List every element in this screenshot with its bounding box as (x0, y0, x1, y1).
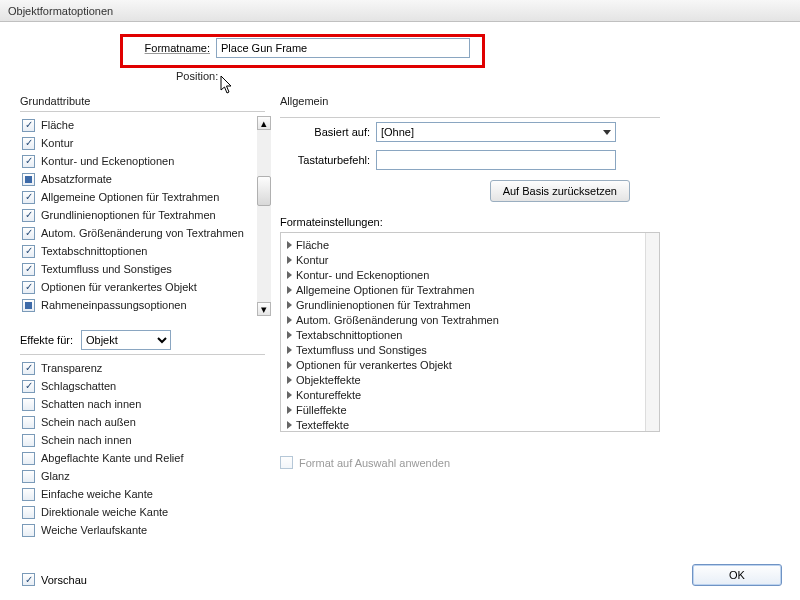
effects-list: TransparenzSchlagschattenSchatten nach i… (20, 359, 265, 539)
list-item[interactable]: Schein nach innen (20, 431, 265, 449)
list-item[interactable]: Schlagschatten (20, 377, 265, 395)
list-item[interactable]: Einfache weiche Kante (20, 485, 265, 503)
tree-row[interactable]: Allgemeine Optionen für Textrahmen (287, 282, 653, 297)
list-item[interactable]: Weiche Verlaufskante (20, 521, 265, 539)
attr-label: Kontur- und Eckenoptionen (41, 155, 174, 167)
tree-row-label: Optionen für verankertes Objekt (296, 359, 452, 371)
attr-checkbox[interactable] (22, 299, 35, 312)
tree-row[interactable]: Fläche (287, 237, 653, 252)
list-item[interactable]: Grundlinienoptionen für Textrahmen (20, 206, 265, 224)
attr-checkbox[interactable] (22, 209, 35, 222)
expand-triangle-icon[interactable] (287, 361, 292, 369)
effects-for-select[interactable]: Objekt (81, 330, 171, 350)
attr-checkbox[interactable] (22, 155, 35, 168)
expand-triangle-icon[interactable] (287, 256, 292, 264)
effect-label: Schein nach außen (41, 416, 136, 428)
effect-checkbox[interactable] (22, 524, 35, 537)
list-item[interactable]: Fläche (20, 116, 265, 134)
list-item[interactable]: Textumfluss und Sonstiges (20, 260, 265, 278)
expand-triangle-icon[interactable] (287, 316, 292, 324)
list-item[interactable]: Abgeflachte Kante und Relief (20, 449, 265, 467)
expand-triangle-icon[interactable] (287, 376, 292, 384)
list-item[interactable]: Glanz (20, 467, 265, 485)
attr-label: Autom. Größenänderung von Textrahmen (41, 227, 244, 239)
attr-checkbox[interactable] (22, 245, 35, 258)
tree-row[interactable]: Textumfluss und Sonstiges (287, 342, 653, 357)
format-settings-tree[interactable]: FlächeKonturKontur- und EckenoptionenAll… (280, 232, 660, 432)
effect-checkbox[interactable] (22, 506, 35, 519)
reset-to-base-button[interactable]: Auf Basis zurücksetzen (490, 180, 630, 202)
tree-row-label: Objekteffekte (296, 374, 361, 386)
titlebar: Objektformatoptionen (0, 0, 800, 22)
tree-row[interactable]: Grundlinienoptionen für Textrahmen (287, 297, 653, 312)
tree-row[interactable]: Optionen für verankertes Objekt (287, 357, 653, 372)
expand-triangle-icon[interactable] (287, 346, 292, 354)
attr-label: Textabschnittoptionen (41, 245, 147, 257)
based-on-combo[interactable]: [Ohne] (376, 122, 616, 142)
list-item[interactable]: Autom. Größenänderung von Textrahmen (20, 224, 265, 242)
scroll-thumb[interactable] (257, 176, 271, 206)
tree-row[interactable]: Autom. Größenänderung von Textrahmen (287, 312, 653, 327)
preview-checkbox[interactable] (22, 573, 35, 586)
tree-row-label: Textumfluss und Sonstiges (296, 344, 427, 356)
tree-row[interactable]: Texteffekte (287, 417, 653, 432)
tree-row[interactable]: Kontureffekte (287, 387, 653, 402)
attr-checkbox[interactable] (22, 227, 35, 240)
attr-checkbox[interactable] (22, 173, 35, 186)
shortcut-label: Tastaturbefehl: (280, 154, 370, 166)
list-item[interactable]: Optionen für verankertes Objekt (20, 278, 265, 296)
attr-label: Absatzformate (41, 173, 112, 185)
dialog-window: Objektformatoptionen Formatname: Positio… (0, 0, 800, 600)
expand-triangle-icon[interactable] (287, 391, 292, 399)
effect-label: Direktionale weiche Kante (41, 506, 168, 518)
attr-scrollbar[interactable]: ▴ ▾ (257, 116, 271, 316)
attr-checkbox[interactable] (22, 137, 35, 150)
tree-row-label: Texteffekte (296, 419, 349, 431)
tree-row[interactable]: Kontur- und Eckenoptionen (287, 267, 653, 282)
expand-triangle-icon[interactable] (287, 241, 292, 249)
formatname-input[interactable] (216, 38, 470, 58)
attr-checkbox[interactable] (22, 191, 35, 204)
shortcut-input[interactable] (376, 150, 616, 170)
list-item[interactable]: Absatzformate (20, 170, 265, 188)
effect-checkbox[interactable] (22, 488, 35, 501)
tree-row[interactable]: Fülleffekte (287, 402, 653, 417)
list-item[interactable]: Kontur (20, 134, 265, 152)
effect-checkbox[interactable] (22, 470, 35, 483)
list-item[interactable]: Transparenz (20, 359, 265, 377)
list-item[interactable]: Schein nach außen (20, 413, 265, 431)
grundattribute-list: FlächeKonturKontur- und EckenoptionenAbs… (20, 116, 265, 314)
tree-row[interactable]: Textabschnittoptionen (287, 327, 653, 342)
expand-triangle-icon[interactable] (287, 421, 292, 429)
effect-checkbox[interactable] (22, 380, 35, 393)
attr-checkbox[interactable] (22, 119, 35, 132)
attr-checkbox[interactable] (22, 263, 35, 276)
effect-checkbox[interactable] (22, 398, 35, 411)
list-item[interactable]: Direktionale weiche Kante (20, 503, 265, 521)
expand-triangle-icon[interactable] (287, 271, 292, 279)
effect-checkbox[interactable] (22, 416, 35, 429)
tree-scrollbar[interactable] (645, 233, 659, 431)
attr-checkbox[interactable] (22, 281, 35, 294)
list-item[interactable]: Schatten nach innen (20, 395, 265, 413)
tree-row[interactable]: Objekteffekte (287, 372, 653, 387)
expand-triangle-icon[interactable] (287, 301, 292, 309)
tree-row[interactable]: Kontur (287, 252, 653, 267)
list-item[interactable]: Allgemeine Optionen für Textrahmen (20, 188, 265, 206)
window-title: Objektformatoptionen (8, 5, 113, 17)
ok-button[interactable]: OK (692, 564, 782, 586)
expand-triangle-icon[interactable] (287, 286, 292, 294)
scroll-down-icon[interactable]: ▾ (257, 302, 271, 316)
expand-triangle-icon[interactable] (287, 331, 292, 339)
list-item[interactable]: Rahmeneinpassungsoptionen (20, 296, 265, 314)
effect-checkbox[interactable] (22, 362, 35, 375)
attr-label: Optionen für verankertes Objekt (41, 281, 197, 293)
list-item[interactable]: Kontur- und Eckenoptionen (20, 152, 265, 170)
list-item[interactable]: Textabschnittoptionen (20, 242, 265, 260)
effect-checkbox[interactable] (22, 434, 35, 447)
tree-row-label: Fülleffekte (296, 404, 347, 416)
expand-triangle-icon[interactable] (287, 406, 292, 414)
scroll-up-icon[interactable]: ▴ (257, 116, 271, 130)
effect-checkbox[interactable] (22, 452, 35, 465)
tree-row-label: Textabschnittoptionen (296, 329, 402, 341)
